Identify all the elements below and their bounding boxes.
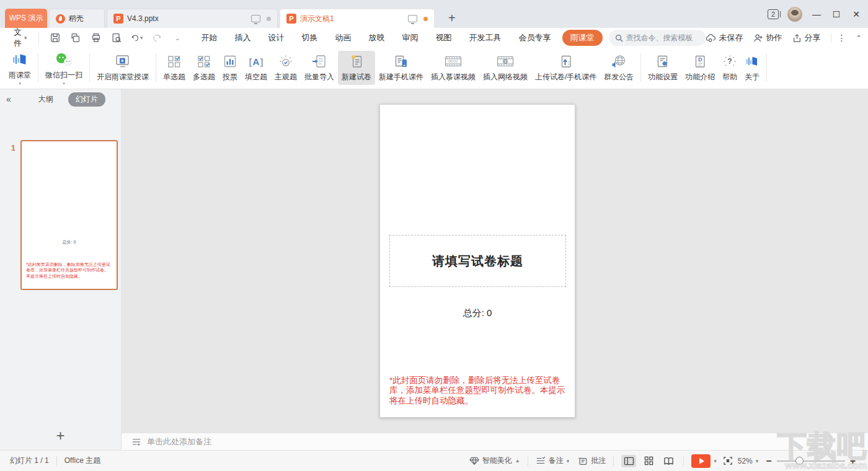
minimize-button[interactable]: — xyxy=(811,9,822,19)
smart-beautify-button[interactable]: 智能美化 ▲ xyxy=(469,456,520,466)
save-status[interactable]: 未保存 xyxy=(706,32,743,43)
wps-home-tab[interactable]: WPS 演示 xyxy=(5,9,47,28)
tab-document-v43[interactable]: P V4.3.pptx xyxy=(107,9,278,28)
menu-tab-rain-classroom-active[interactable]: 雨课堂 xyxy=(562,30,603,46)
play-icon xyxy=(699,458,704,464)
reading-view-button[interactable] xyxy=(661,455,676,467)
ribbon-button-subjective[interactable]: 主观题 xyxy=(271,51,301,85)
share-button[interactable]: 分享 xyxy=(792,32,821,43)
theme-name[interactable]: Office 主题 xyxy=(64,456,100,466)
menu-tab-member[interactable]: 会员专享 xyxy=(510,29,560,46)
ribbon-button-fill-blank[interactable]: [A] 填空题 xyxy=(241,51,271,85)
undo-dropdown-icon[interactable]: ▾ xyxy=(140,35,143,41)
divider xyxy=(613,456,614,466)
command-search-input[interactable] xyxy=(626,33,699,42)
divider xyxy=(528,456,528,466)
new-tab-button[interactable]: + xyxy=(448,12,456,24)
zoom-out-button[interactable]: − xyxy=(763,456,774,467)
zoom-level[interactable]: 52% ▾ xyxy=(738,457,759,465)
tab-document-current[interactable]: P 演示文稿1 xyxy=(280,9,435,28)
menu-tab-developer[interactable]: 开发工具 xyxy=(461,29,510,46)
unsaved-dot-icon xyxy=(267,17,271,21)
ribbon-button-vote[interactable]: 投票 xyxy=(219,51,241,85)
zoom-slider-handle[interactable] xyxy=(795,457,804,465)
present-monitor-icon[interactable] xyxy=(251,15,260,22)
file-menu[interactable]: 文件 ▾ xyxy=(14,27,27,49)
output-icon[interactable] xyxy=(69,32,82,44)
rain-classroom-ribbon: 雨课堂 ▾ 微信扫一扫 ▾ 开启雨课堂授课 单选题 xyxy=(0,48,868,89)
ribbon-button-new-mobile-courseware[interactable]: 新建手机课件 xyxy=(375,51,427,85)
ribbon-button-label: 关于 xyxy=(745,72,760,82)
ribbon-button-upload-paper[interactable]: 上传试卷/手机课件 xyxy=(531,51,600,85)
ribbon-button-function-settings[interactable]: 功能设置 xyxy=(644,51,681,85)
ribbon-button-insert-mooc-video[interactable]: MOOC 插入慕课视频 xyxy=(427,51,479,85)
total-score-text[interactable]: 总分: 0 xyxy=(380,307,575,319)
tab-slides-active[interactable]: 幻灯片 xyxy=(68,92,105,107)
monitor-play-icon xyxy=(114,53,131,70)
notes-toggle-button[interactable]: 备注 ▾ xyxy=(536,456,570,466)
play-options-icon[interactable]: ▾ xyxy=(714,458,717,464)
window-count-badge[interactable]: 2 xyxy=(768,9,779,19)
normal-view-button[interactable] xyxy=(621,455,636,467)
ribbon-button-feature-intro[interactable]: D 功能介绍 xyxy=(681,51,719,85)
close-button[interactable]: ✕ xyxy=(851,9,862,19)
cover-warning-text[interactable]: *此封面页请勿删除，删除后将无法上传至试卷库，添加菜单栏任意题型即可制作试卷。本… xyxy=(389,376,566,406)
menu-tab-review[interactable]: 审阅 xyxy=(394,29,427,46)
menu-tab-transition[interactable]: 切换 xyxy=(293,29,327,46)
ribbon-button-help[interactable]: ? 帮助 xyxy=(719,51,741,85)
notes-toggle-label: 备注 xyxy=(549,456,564,466)
menu-tab-home[interactable]: 开始 xyxy=(193,29,226,46)
collaborate-button[interactable]: 协作 xyxy=(753,32,782,43)
help-icon: ? xyxy=(722,53,737,70)
dropdown-arrow-icon: ▾ xyxy=(63,82,65,84)
ribbon-button-multi-choice[interactable]: 多选题 xyxy=(189,51,219,85)
print-preview-icon[interactable] xyxy=(110,32,123,44)
tab-outline[interactable]: 大纲 xyxy=(31,92,61,107)
ribbon-button-rain-classroom[interactable]: 雨课堂 ▾ xyxy=(5,49,35,87)
menu-tab-view[interactable]: 视图 xyxy=(427,29,461,46)
print-icon[interactable] xyxy=(90,32,102,44)
zoom-slider[interactable] xyxy=(777,460,845,462)
slide-canvas[interactable]: 请填写试卷标题 总分: 0 *此封面页请勿删除，删除后将无法上传至试卷库，添加菜… xyxy=(122,89,868,433)
collapse-ribbon-icon[interactable]: ⌃ xyxy=(856,34,862,42)
settings-gear-icon xyxy=(655,53,670,70)
ribbon-button-announcement[interactable]: 群发公告 xyxy=(600,51,637,85)
add-slide-button[interactable]: + xyxy=(56,428,64,443)
maximize-button[interactable]: ☐ xyxy=(831,9,842,19)
menu-tab-insert[interactable]: 插入 xyxy=(226,29,260,46)
tab-docer[interactable]: 稻壳 xyxy=(49,9,105,28)
menu-tab-design[interactable]: 设计 xyxy=(260,29,293,46)
command-search[interactable] xyxy=(609,30,706,46)
menu-tab-animation[interactable]: 动画 xyxy=(327,29,360,46)
user-avatar[interactable] xyxy=(787,7,802,22)
zoom-in-button[interactable]: + xyxy=(848,456,858,467)
more-options-icon[interactable]: ⋮ xyxy=(831,33,846,43)
slide-page[interactable]: 请填写试卷标题 总分: 0 *此封面页请勿删除，删除后将无法上传至试卷库，添加菜… xyxy=(379,104,575,418)
paper-title-placeholder[interactable]: 请填写试卷标题 xyxy=(389,235,566,287)
present-monitor-icon[interactable] xyxy=(408,15,417,22)
menu-tab-slideshow[interactable]: 放映 xyxy=(360,29,394,46)
multi-choice-icon xyxy=(197,53,211,70)
ribbon-button-start-teaching[interactable]: 开启雨课堂授课 xyxy=(93,51,153,85)
ribbon-button-label: 新建试卷 xyxy=(342,72,371,82)
fit-to-window-button[interactable] xyxy=(723,456,733,465)
upload-icon xyxy=(559,53,574,70)
slide-sorter-view-button[interactable] xyxy=(641,455,656,467)
ppt-file-icon: P xyxy=(113,14,123,24)
notes-bar[interactable]: 单击此处添加备注 xyxy=(122,433,868,450)
tab-docer-label: 稻壳 xyxy=(69,14,84,24)
slideshow-play-button[interactable] xyxy=(691,454,711,468)
comments-button[interactable]: 批注 xyxy=(578,456,606,466)
save-icon[interactable] xyxy=(49,32,61,44)
collapse-panel-icon[interactable]: « xyxy=(6,94,11,104)
ribbon-button-insert-web-video[interactable]: 插入网络视频 xyxy=(479,51,531,85)
ribbon-button-about[interactable]: 关于 xyxy=(741,51,763,85)
ribbon-button-new-paper[interactable]: 新建试卷 xyxy=(338,51,375,85)
slide-thumbnail-1[interactable]: 总分: 0 *此封面页请勿删除，删除后将无法上传至试卷库，添加菜单栏任意题型即可… xyxy=(20,140,118,290)
ribbon-button-label: 主观题 xyxy=(275,72,297,82)
customize-quickbar-icon[interactable]: ⌄ xyxy=(172,32,184,44)
ribbon-button-single-choice[interactable]: 单选题 xyxy=(159,51,189,85)
ribbon-button-batch-import[interactable]: 批量导入 xyxy=(301,51,338,85)
ribbon-button-wechat-scan[interactable]: 微信扫一扫 ▾ xyxy=(42,49,86,87)
undo-icon[interactable]: ▾ xyxy=(131,32,143,44)
